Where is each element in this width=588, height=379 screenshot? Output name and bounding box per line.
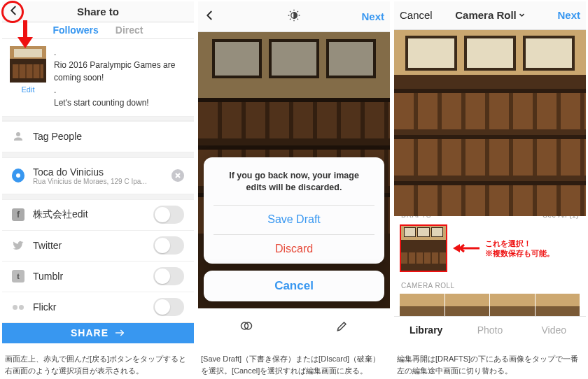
share-button[interactable]: SHARE (2, 323, 194, 343)
lux-control[interactable] (198, 8, 390, 24)
clear-location-button[interactable] (172, 169, 184, 182)
album-selector[interactable]: Camera Roll (394, 9, 586, 21)
share-screen: Share to Followers Direct Edit . Rio 201… (2, 1, 194, 378)
person-icon (12, 130, 24, 143)
filter-icon[interactable] (239, 319, 253, 333)
share-twitter-row[interactable]: Twitter (2, 231, 194, 262)
location-pin-icon (12, 169, 24, 182)
arrow-right-icon (114, 327, 125, 338)
sheet-message: If you go back now, your image edits wil… (214, 170, 374, 205)
tumblr-toggle[interactable] (153, 267, 184, 285)
edit-topbar: Next (198, 1, 390, 32)
camera-roll-label: CAMERA ROLL (394, 272, 586, 294)
flickr-icon (12, 301, 24, 313)
back-button[interactable] (8, 4, 20, 19)
album-title: Camera Roll (455, 9, 517, 21)
tag-people-row[interactable]: Tag People (2, 122, 194, 152)
tab-video[interactable]: Video (522, 324, 586, 336)
share-tumblr-row[interactable]: t Tumblr (2, 262, 194, 292)
edit-screen: Next If you go back now, your image edit… (198, 1, 390, 378)
picker-topbar: Cancel Camera Roll Next (394, 1, 586, 30)
grid-thumb[interactable] (445, 294, 491, 315)
flickr-toggle[interactable] (153, 298, 184, 316)
list-gap (2, 152, 194, 158)
edit-tools-icon[interactable] (335, 319, 349, 333)
picker-bottom-tabs: Library Photo Video (394, 316, 586, 343)
annotation-arrow-icon (453, 243, 479, 253)
sun-icon (287, 8, 301, 22)
camera-roll-grid[interactable] (400, 294, 580, 315)
grid-thumb[interactable] (400, 294, 445, 315)
edit-tool-strip (198, 308, 390, 343)
picker-preview[interactable] (394, 30, 586, 203)
cancel-button[interactable]: Cancel (204, 271, 384, 301)
options-list: Tag People Toca do Vinicius Rua Vinicius… (2, 121, 194, 323)
chevron-left-icon (8, 4, 20, 17)
twitter-toggle[interactable] (153, 236, 184, 255)
share-title: Share to (2, 6, 194, 17)
share-flickr-row[interactable]: Flickr (2, 292, 194, 323)
chevron-down-icon (519, 12, 525, 18)
annotation-text: これを選択！ ※複数保存も可能。 (485, 238, 554, 259)
footer-caption-1: 画面左上、赤丸で囲んだ[戻る]ボタンをタップすると右画面のような選択項目が表示さ… (2, 343, 194, 378)
tab-photo[interactable]: Photo (458, 324, 522, 336)
tab-library[interactable]: Library (394, 324, 458, 336)
picker-screen: Cancel Camera Roll Next DRAFTS See All (… (394, 1, 586, 378)
tab-direct[interactable]: Direct (115, 24, 144, 36)
flickr-label: Flickr (33, 301, 145, 313)
twitter-label: Twitter (33, 240, 145, 251)
post-thumbnail[interactable] (10, 46, 46, 83)
list-gap (2, 194, 194, 200)
twitter-icon (12, 239, 24, 252)
footer-caption-2: [Save Draft]（下書き保存）または[DIscard]（破棄）を選択。[… (198, 343, 390, 378)
share-tabs: Followers Direct (2, 22, 194, 39)
tumblr-icon: t (12, 270, 24, 283)
tag-people-label: Tag People (33, 131, 184, 142)
annotation-line2: ※複数保存も可能。 (485, 248, 554, 258)
draft-thumbnail[interactable] (400, 224, 447, 272)
edit-canvas: If you go back now, your image edits wil… (198, 32, 390, 343)
tumblr-label: Tumblr (33, 271, 145, 282)
annotation-line1: これを選択！ (485, 238, 554, 248)
post-thumb-col: Edit (9, 46, 47, 109)
footer-caption-3: 編集再開は[DRAFTS]の下にある画像をタップで一番左の編集途中画面に切り替わ… (394, 343, 586, 378)
location-address: Rua Vinicius de Moraes, 129 C Ipa... (33, 178, 163, 185)
share-facebook-row[interactable]: f 株式会社edit (2, 200, 194, 231)
share-button-label: SHARE (71, 327, 108, 338)
post-preview-row: Edit . Rio 2016 Paralympic Games are com… (2, 39, 194, 117)
grid-thumb[interactable] (490, 294, 536, 315)
discard-sheet: If you go back now, your image edits wil… (204, 157, 384, 264)
edit-link[interactable]: Edit (22, 85, 35, 94)
save-draft-button[interactable]: Save Draft (214, 205, 374, 234)
facebook-label: 株式会社edit (33, 208, 145, 221)
drafts-row: これを選択！ ※複数保存も可能。 (394, 224, 586, 272)
location-row[interactable]: Toca do Vinicius Rua Vinicius de Moraes,… (2, 158, 194, 194)
facebook-icon: f (12, 208, 24, 221)
caption-text[interactable]: . Rio 2016 Paralympic Games are coming s… (54, 46, 187, 109)
share-topbar: Share to (2, 1, 194, 22)
grid-thumb[interactable] (536, 294, 581, 315)
tab-followers[interactable]: Followers (52, 24, 98, 36)
facebook-toggle[interactable] (153, 206, 184, 224)
location-name: Toca do Vinicius (33, 166, 163, 178)
x-icon (174, 172, 181, 179)
discard-button[interactable]: Discard (214, 234, 374, 264)
